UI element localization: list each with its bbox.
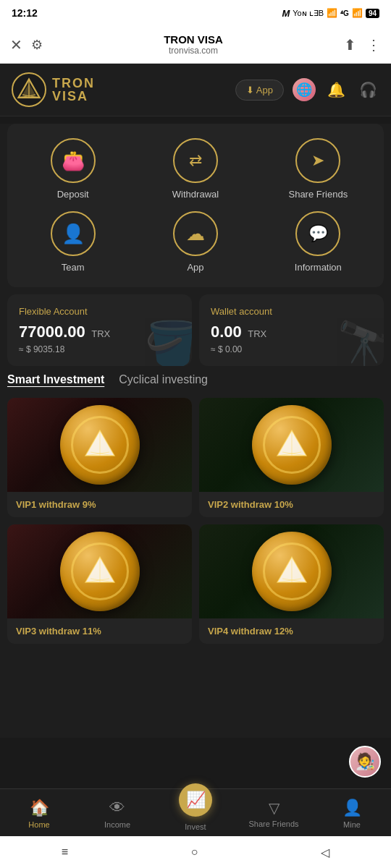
tron-coin-1 — [60, 405, 140, 485]
share-icon[interactable]: ⬆ — [344, 36, 356, 54]
share-friends-nav-label: Share Friends — [248, 820, 298, 828]
logo-circle — [12, 72, 46, 107]
information-circle: 💬 — [295, 211, 340, 256]
information-label: Information — [295, 262, 342, 273]
vip2-card[interactable]: VIP2 withdraw 10% — [199, 398, 384, 517]
withdrawal-icon: ⇄ — [189, 151, 202, 170]
nav-home[interactable]: 🏠 Home — [0, 799, 78, 829]
app-icon: ☁ — [186, 223, 205, 245]
browser-title: TRON VISA — [51, 33, 335, 46]
nav-share-friends[interactable]: ▽ Share Friends — [235, 799, 313, 828]
action-withdrawal[interactable]: ⇄ Withdrawal — [137, 138, 253, 200]
flexible-account-currency: TRX — [91, 328, 110, 339]
browser-url-area: TRON VISA tronvisa.com — [51, 33, 335, 56]
tron-coin-3 — [60, 532, 140, 611]
team-circle: 👤 — [51, 211, 96, 256]
vip1-image — [7, 398, 192, 492]
invest-circle: 📈 — [179, 783, 212, 817]
system-back-button[interactable]: ◁ — [321, 846, 329, 859]
income-icon: 👁 — [109, 799, 125, 817]
logo-area: TRON VISA — [12, 72, 95, 107]
notification-bell-icon[interactable]: 🔔 — [324, 78, 348, 101]
mine-label: Mine — [343, 820, 361, 829]
share-friends-label: Share Friends — [288, 189, 348, 200]
signal-icons: Yoɴ ʟ∃B — [293, 9, 324, 18]
nav-invest[interactable]: 📈 Invest — [156, 796, 235, 831]
home-label: Home — [28, 820, 49, 829]
action-share-friends[interactable]: ➤ Share Friends — [260, 138, 377, 200]
account-cards: Flexible Account 77000.00 TRX ≈ $ 9035.1… — [7, 294, 384, 366]
close-button[interactable]: ✕ — [10, 36, 22, 54]
email-indicator: M — [282, 8, 290, 19]
invest-icon: 📈 — [186, 791, 206, 809]
system-home-button[interactable]: ○ — [191, 846, 198, 859]
mine-icon: 👤 — [342, 799, 362, 817]
signal-bars-2: 📶 — [352, 8, 363, 18]
income-label: Income — [104, 820, 130, 829]
wallet-account-card[interactable]: Wallet account 0.00 TRX ≈ $ 0.00 🔭 — [199, 294, 384, 366]
wallet-account-currency: TRX — [248, 328, 266, 339]
headset-icon[interactable]: 🎧 — [356, 78, 379, 101]
investment-tabs: Smart Investment Cyclical investing — [7, 373, 384, 388]
vip3-label: VIP3 withdraw 11% — [7, 618, 192, 644]
team-icon: 👤 — [62, 223, 85, 245]
team-label: Team — [62, 262, 85, 273]
deposit-label: Deposit — [57, 189, 89, 200]
share-friends-icon: ➤ — [311, 151, 324, 170]
tron-coin-2 — [252, 405, 332, 485]
share-friends-circle: ➤ — [295, 138, 340, 183]
withdrawal-label: Withdrawal — [172, 189, 219, 200]
system-menu-button[interactable]: ≡ — [62, 846, 68, 859]
card-decoration-telescope: 🔭 — [337, 318, 384, 366]
browser-url: tronvisa.com — [51, 46, 335, 56]
quick-actions-grid: 👛 Deposit ⇄ Withdrawal ➤ Share Friends 👤… — [7, 124, 384, 287]
vip4-label: VIP4 withdraw 12% — [199, 618, 384, 644]
vip1-label: VIP1 withdraw 9% — [7, 492, 192, 517]
4g-indicator: ⁴G — [340, 9, 349, 17]
action-app[interactable]: ☁ App — [137, 211, 253, 273]
nav-mine[interactable]: 👤 Mine — [313, 799, 391, 829]
vip2-label: VIP2 withdraw 10% — [199, 492, 384, 517]
flexible-account-card[interactable]: Flexible Account 77000.00 TRX ≈ $ 9035.1… — [7, 294, 192, 366]
float-avatar[interactable]: 🧑‍🎨 — [349, 746, 381, 778]
more-options-icon[interactable]: ⋮ — [366, 36, 381, 54]
bottom-nav: 🏠 Home 👁 Income 📈 Invest ▽ Share Friends… — [0, 788, 391, 836]
app-header: TRON VISA ⬇ App 🌐 🔔 🎧 — [0, 64, 391, 116]
deposit-icon: 👛 — [62, 150, 85, 172]
action-information[interactable]: 💬 Information — [260, 211, 377, 273]
battery-indicator: 94 — [366, 9, 379, 18]
logo-tron: TRON — [52, 77, 95, 90]
status-bar: 12:12 M Yoɴ ʟ∃B 📶 ⁴G 📶 94 — [0, 0, 391, 26]
browser-bar: ✕ ⚙ TRON VISA tronvisa.com ⬆ ⋮ — [0, 26, 391, 64]
vip4-card[interactable]: VIP4 withdraw 12% — [199, 524, 384, 644]
deposit-circle: 👛 — [51, 138, 96, 183]
home-icon: 🏠 — [30, 799, 49, 817]
tron-logo-svg — [16, 77, 42, 103]
tune-icon[interactable]: ⚙ — [31, 37, 43, 53]
tab-smart-investment[interactable]: Smart Investment — [7, 373, 104, 388]
nav-income[interactable]: 👁 Income — [78, 799, 156, 829]
investment-section: Smart Investment Cyclical investing — [7, 373, 384, 644]
action-team[interactable]: 👤 Team — [14, 211, 131, 273]
browser-actions: ⬆ ⋮ — [344, 36, 381, 54]
card-decoration-watering: 🪣 — [145, 318, 192, 366]
share-friends-nav-icon: ▽ — [269, 799, 279, 817]
vip3-card[interactable]: VIP3 withdraw 11% — [7, 524, 192, 644]
status-right: M Yoɴ ʟ∃B 📶 ⁴G 📶 94 — [282, 8, 379, 19]
system-bottom-bar: ≡ ○ ◁ — [0, 836, 391, 868]
app-download-button[interactable]: ⬇ App — [235, 80, 284, 101]
tron-coin-4 — [252, 532, 332, 611]
tab-cyclical-investing[interactable]: Cyclical investing — [119, 373, 208, 388]
logo-text: TRON VISA — [52, 77, 95, 103]
withdrawal-circle: ⇄ — [173, 138, 218, 183]
investment-cards-grid: VIP1 withdraw 9% — [7, 398, 384, 644]
main-content: 👛 Deposit ⇄ Withdrawal ➤ Share Friends 👤… — [0, 124, 391, 738]
flexible-account-title: Flexible Account — [19, 306, 180, 317]
app-circle: ☁ — [173, 211, 218, 256]
wallet-account-amount: 0.00 — [211, 323, 242, 341]
app-label: App — [187, 262, 203, 273]
globe-icon[interactable]: 🌐 — [293, 78, 316, 101]
action-deposit[interactable]: 👛 Deposit — [14, 138, 131, 200]
vip3-image — [7, 524, 192, 618]
vip1-card[interactable]: VIP1 withdraw 9% — [7, 398, 192, 517]
